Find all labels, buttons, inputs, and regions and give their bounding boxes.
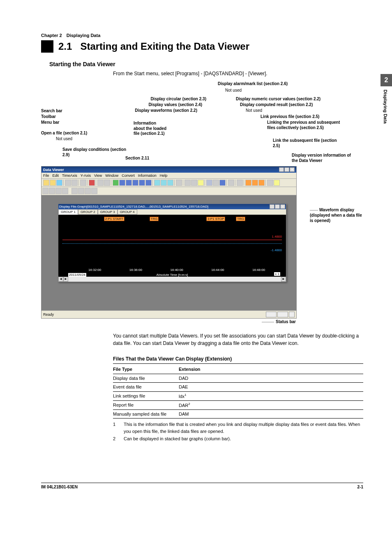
scroll-track[interactable]: [68, 277, 281, 282]
table-row: Display data fileDAD: [113, 374, 363, 383]
callout-not-used-2: Not used: [225, 88, 242, 93]
menu-view[interactable]: View: [94, 173, 102, 178]
callout-numeric-cursor: Display numeric cursor values (section 2…: [236, 97, 321, 102]
link-next-icon[interactable]: [258, 180, 265, 186]
open-icon[interactable]: [43, 180, 49, 186]
print-icon[interactable]: [267, 180, 273, 186]
section-title-text: Starting and Exiting the Data Viewer: [80, 41, 249, 52]
footnote: 2Can be displayed in stacked bar graphs …: [113, 435, 363, 442]
section-title-marker: [41, 40, 53, 53]
child-window-controls[interactable]: _□×: [270, 204, 285, 209]
about-icon[interactable]: [274, 180, 280, 186]
window-controls[interactable]: _□×: [279, 167, 295, 172]
scroll-right-inner-icon[interactable]: ►: [63, 277, 68, 282]
menu-yaxis[interactable]: Y-Axis: [81, 173, 91, 178]
zoomin-icon[interactable]: [97, 180, 104, 186]
callout-not-used-1: Not used: [56, 136, 72, 142]
search-prev-icon[interactable]: [42, 188, 48, 194]
maximize-icon: □: [284, 167, 289, 172]
callout-link-next: Link the subsequent file (section 2.5): [273, 138, 343, 148]
resize-grip-icon[interactable]: [289, 312, 295, 317]
tab-group-2[interactable]: GROUP 2: [78, 209, 98, 215]
search-b2-icon[interactable]: [78, 188, 84, 194]
search-first-icon[interactable]: [55, 188, 62, 194]
footnote: 1This is the information file that is cr…: [113, 421, 363, 435]
search-b3-icon[interactable]: [85, 188, 91, 194]
option-icon[interactable]: [213, 180, 219, 186]
tab-group-1[interactable]: GROUP 1: [58, 209, 78, 215]
paragraph-1: You cannot start multiple Data Viewers. …: [113, 332, 363, 347]
plot-scrollbar[interactable]: ◄ ► ►: [58, 277, 286, 282]
values2-icon[interactable]: [132, 180, 138, 186]
marker-p1-start: 2:P1 START: [104, 217, 125, 221]
view2-icon[interactable]: [161, 180, 167, 186]
close-icon: ×: [290, 167, 295, 172]
comp-icon[interactable]: [191, 180, 197, 186]
section211-icon[interactable]: [65, 180, 71, 186]
group-tabs[interactable]: GROUP 1 GROUP 2 GROUP 3 GROUP 4: [58, 209, 286, 215]
table-row: Report fileDAR2: [113, 400, 363, 409]
clipboard-icon[interactable]: [228, 180, 234, 186]
menu-window[interactable]: Window: [105, 173, 118, 178]
search-bar[interactable]: [42, 187, 296, 195]
cursor-icon[interactable]: [184, 180, 191, 186]
file-types-table: File Type Extension Display data fileDAD…: [113, 365, 363, 419]
info-icon[interactable]: [80, 180, 86, 186]
side-tab-label: Displaying Data: [380, 86, 390, 127]
x-axis-label: Absolute Time [h:m:s]: [157, 273, 188, 277]
titlebar[interactable]: Data Viewer _□×: [42, 166, 296, 173]
callout-search-bar: Search bar: [41, 109, 62, 114]
save-icon[interactable]: [56, 180, 62, 186]
values4-icon[interactable]: [145, 180, 152, 186]
callout-open-file: Open a file (section 2.1): [41, 131, 87, 136]
search-next-icon[interactable]: [49, 188, 55, 194]
menu-edit[interactable]: Edit: [53, 173, 59, 178]
child-window[interactable]: Display File-Graph[001510_SAMPLE110524_1…: [58, 204, 286, 282]
menu-file[interactable]: File: [43, 173, 49, 178]
circular-icon[interactable]: [119, 180, 125, 186]
values-icon[interactable]: [126, 180, 132, 186]
tool-icon[interactable]: [71, 180, 78, 186]
marker-trg-1: TRG: [150, 217, 159, 221]
search-last-icon[interactable]: [62, 188, 68, 194]
search-b1-icon[interactable]: [71, 188, 78, 194]
child-title-text: Display File-Graph[001510_SAMPLE110524_1…: [59, 205, 208, 208]
status-box-1: [266, 312, 277, 317]
gear-icon[interactable]: [206, 180, 212, 186]
tab-group-3[interactable]: GROUP 3: [98, 209, 118, 215]
misc1-icon[interactable]: [198, 180, 204, 186]
menu-convert[interactable]: Convert: [122, 173, 135, 178]
th-extension: Extension: [179, 365, 363, 374]
menu-timeaxis[interactable]: TimeAxis: [62, 173, 77, 178]
trace-red: [62, 240, 282, 240]
minimize-icon: _: [279, 167, 284, 172]
alarm-icon[interactable]: [176, 180, 182, 186]
toolbar[interactable]: [42, 179, 296, 187]
view3-icon[interactable]: [167, 180, 173, 186]
scroll-right-icon[interactable]: ►: [281, 277, 286, 282]
child-titlebar[interactable]: Display File-Graph[001510_SAMPLE110524_1…: [58, 204, 286, 209]
callout-section-211: Section 2.11: [125, 156, 149, 161]
search-b4-icon[interactable]: [91, 188, 97, 194]
tick-4: 16:44:00: [211, 268, 224, 272]
view1-icon[interactable]: [154, 180, 160, 186]
record-icon[interactable]: [89, 180, 95, 186]
zoomout-icon[interactable]: [104, 180, 110, 186]
waveform-plot[interactable]: 2:P1 START TRG 3:P1 STOP TRG 1.4800 -1.4…: [58, 215, 286, 277]
link-both-icon[interactable]: [252, 180, 258, 186]
table-row: Link settings fileldx1: [113, 391, 363, 400]
open2-icon[interactable]: [50, 180, 56, 186]
waveform-icon[interactable]: [113, 180, 119, 186]
status-bar: Ready: [42, 310, 296, 318]
callout-toolbar: Toolbar: [41, 114, 56, 120]
values3-icon[interactable]: [139, 180, 145, 186]
menubar[interactable]: File Edit TimeAxis Y-Axis View Window Co…: [42, 173, 296, 179]
scroll-left-icon[interactable]: ◄: [58, 277, 63, 282]
tab-group-4[interactable]: GROUP 4: [118, 209, 137, 215]
menu-information[interactable]: Information: [138, 173, 157, 178]
edit-icon[interactable]: [237, 180, 243, 186]
menu-help[interactable]: Help: [160, 173, 168, 178]
link-prev-icon[interactable]: [245, 180, 251, 186]
export-icon[interactable]: [219, 180, 226, 186]
tick-3: 16:40:00: [171, 268, 183, 272]
